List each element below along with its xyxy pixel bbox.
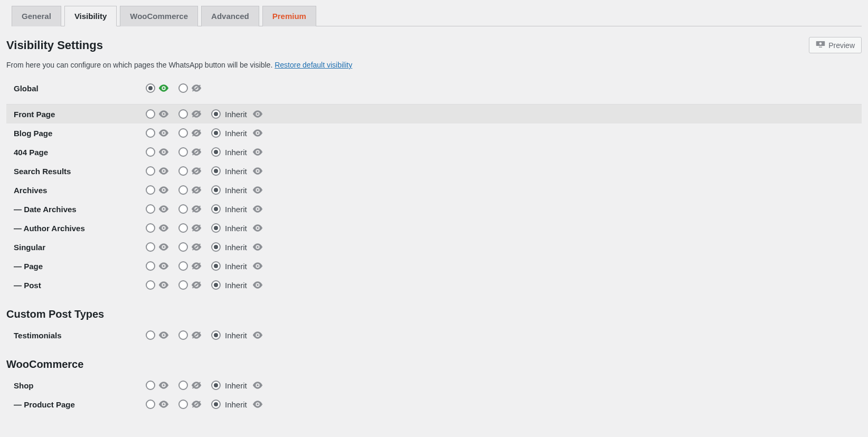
row-label-page: — Page [14, 262, 146, 271]
radio-hide[interactable] [178, 109, 188, 119]
radio-hide[interactable] [178, 223, 188, 233]
eye-show-icon [158, 224, 169, 232]
restore-default-link[interactable]: Restore default visibility [275, 61, 352, 69]
tab-woocommerce[interactable]: WooCommerce [120, 6, 198, 26]
tab-visibility[interactable]: Visibility [64, 6, 117, 26]
row-singular: SingularInherit [6, 238, 862, 256]
svg-point-45 [257, 284, 259, 286]
svg-point-49 [257, 334, 259, 336]
eye-inherit-icon [252, 224, 263, 232]
row-author_archives: — Author ArchivesInherit [6, 218, 862, 238]
radio-show[interactable] [146, 223, 155, 233]
radio-inherit[interactable] [211, 185, 221, 195]
inherit-label: Inherit [225, 243, 247, 252]
radio-show[interactable] [146, 261, 155, 271]
inherit-label: Inherit [225, 167, 247, 176]
radio-hide[interactable] [178, 147, 188, 157]
radio-inherit[interactable] [211, 166, 221, 176]
radio-show[interactable] [146, 280, 155, 290]
radio-hide[interactable] [178, 261, 188, 271]
eye-inherit-icon [252, 129, 263, 137]
radio-inherit[interactable] [211, 242, 221, 252]
eye-show-icon [158, 148, 169, 156]
row-product_page: — Product PageInherit [6, 395, 862, 414]
section-woocommerce: WooCommerce [6, 358, 862, 370]
radio-inherit[interactable] [211, 109, 221, 119]
radio-hide[interactable] [178, 185, 188, 195]
svg-point-46 [163, 334, 165, 336]
svg-rect-2 [819, 47, 822, 48]
radio-hide[interactable] [178, 330, 188, 340]
row-front_page: Front PageInherit [6, 104, 862, 124]
radio-hide[interactable] [178, 242, 188, 252]
row-search_results: Search ResultsInherit [6, 162, 862, 180]
svg-point-10 [163, 132, 165, 134]
radio-show[interactable] [146, 242, 155, 252]
svg-point-53 [257, 384, 259, 386]
row-label-product_page: — Product Page [14, 400, 146, 409]
eye-inherit-icon [252, 205, 263, 213]
eye-hide-icon [191, 148, 202, 156]
radio-show[interactable] [146, 166, 155, 176]
inherit-label: Inherit [225, 281, 247, 290]
radio-hide[interactable] [178, 381, 188, 390]
radio-inherit[interactable] [211, 204, 221, 214]
svg-point-22 [163, 189, 165, 191]
radio-show[interactable] [146, 185, 155, 195]
radio-hide[interactable] [178, 400, 188, 409]
svg-point-42 [163, 284, 165, 286]
radio-show[interactable] [146, 83, 155, 93]
radio-inherit[interactable] [211, 261, 221, 271]
inherit-label: Inherit [225, 110, 247, 119]
eye-show-icon [158, 400, 169, 408]
description-text: From here you can configure on which pag… [6, 61, 275, 69]
radio-show[interactable] [146, 381, 155, 390]
eye-hide-icon [191, 129, 202, 137]
radio-hide[interactable] [178, 280, 188, 290]
eye-hide-icon [191, 281, 202, 289]
radio-show[interactable] [146, 128, 155, 138]
preview-button[interactable]: Preview [809, 37, 862, 53]
row-label-shop: Shop [14, 381, 146, 390]
svg-point-26 [163, 208, 165, 210]
row-label-singular: Singular [14, 243, 146, 252]
inherit-label: Inherit [225, 331, 247, 340]
svg-point-1 [819, 42, 822, 45]
eye-hide-icon [191, 381, 202, 390]
row-404_page: 404 PageInherit [6, 142, 862, 162]
preview-label: Preview [828, 41, 855, 50]
radio-inherit[interactable] [211, 280, 221, 290]
svg-point-41 [257, 265, 259, 267]
radio-inherit[interactable] [211, 147, 221, 157]
radio-hide[interactable] [178, 83, 188, 93]
tab-general[interactable]: General [12, 6, 61, 26]
radio-show[interactable] [146, 204, 155, 214]
tab-premium[interactable]: Premium [262, 6, 316, 26]
radio-inherit[interactable] [211, 223, 221, 233]
eye-inherit-icon [252, 281, 263, 289]
radio-show[interactable] [146, 147, 155, 157]
eye-show-icon [158, 331, 169, 339]
radio-inherit[interactable] [211, 400, 221, 409]
eye-show-icon [158, 243, 169, 251]
radio-hide[interactable] [178, 166, 188, 176]
radio-show[interactable] [146, 400, 155, 409]
radio-hide[interactable] [178, 204, 188, 214]
svg-point-54 [163, 403, 165, 405]
radio-show[interactable] [146, 330, 155, 340]
svg-point-18 [163, 170, 165, 172]
eye-hide-icon [191, 110, 202, 118]
tabs: General Visibility WooCommerce Advanced … [12, 5, 862, 26]
page-title: Visibility Settings [6, 39, 103, 52]
tab-advanced[interactable]: Advanced [201, 6, 259, 26]
radio-inherit[interactable] [211, 381, 221, 390]
svg-point-57 [257, 403, 259, 405]
svg-point-37 [257, 246, 259, 248]
radio-inherit[interactable] [211, 128, 221, 138]
row-label-blog_page: Blog Page [14, 129, 146, 138]
eye-show-icon [158, 281, 169, 289]
radio-hide[interactable] [178, 128, 188, 138]
radio-inherit[interactable] [211, 330, 221, 340]
svg-point-14 [163, 151, 165, 153]
radio-show[interactable] [146, 109, 155, 119]
